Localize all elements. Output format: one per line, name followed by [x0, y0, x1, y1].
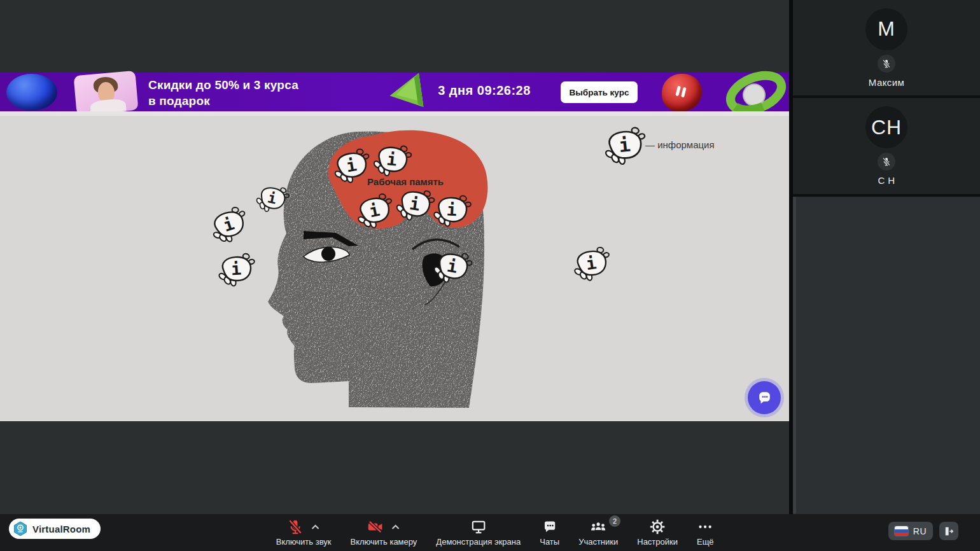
leave-room-icon — [943, 526, 955, 537]
promo-banner: Скидки до 50% и 3 курса в подарок 3 дня … — [0, 73, 789, 111]
control-bar: VirtualRoom Включить звук — [0, 514, 980, 551]
ellipsis-icon — [697, 519, 713, 535]
promo-3d-ball — [6, 74, 57, 111]
banner-headline-line2: в подарок — [148, 93, 298, 109]
avatar: СН — [865, 106, 907, 148]
participant-name: Максим — [869, 77, 904, 88]
participant-tile[interactable]: СН С Н — [793, 98, 980, 194]
more-button[interactable]: Ещё — [687, 514, 724, 551]
info-creature: i — [571, 246, 613, 283]
pause-icon — [673, 83, 689, 100]
info-creature: i — [206, 204, 252, 247]
promo-photo — [73, 71, 138, 115]
avatar: M — [865, 8, 907, 50]
slide-top-strip — [0, 111, 789, 116]
russian-flag-icon — [895, 526, 908, 536]
toolbar-label: Включить звук — [276, 537, 332, 547]
chevron-up-icon[interactable] — [391, 523, 400, 531]
virtualroom-app: Скидки до 50% и 3 курса в подарок 3 дня … — [0, 0, 980, 551]
mic-muted-icon — [287, 519, 304, 535]
participants-count-badge: 2 — [609, 515, 620, 527]
toolbar: Включить звук Включить камеру — [267, 514, 724, 551]
toolbar-label: Чаты — [540, 537, 559, 547]
gear-icon — [649, 519, 666, 535]
banner-countdown: 3 дня 09:26:28 — [430, 83, 538, 98]
chats-button[interactable]: Чаты — [530, 514, 569, 551]
participant-tile[interactable]: M Максим — [793, 0, 980, 95]
bottom-right-controls: RU — [888, 522, 958, 540]
slide-canvas: Рабочая память i i i i i — [0, 116, 789, 421]
mic-muted-icon — [878, 153, 895, 171]
monitor-icon — [470, 519, 487, 535]
screenshare-stage: Скидки до 50% и 3 курса в подарок 3 дня … — [0, 0, 789, 514]
leave-room-button[interactable] — [939, 522, 958, 540]
camera-muted-icon — [367, 519, 384, 535]
svg-text:i: i — [446, 200, 458, 220]
stage-letterbox-top — [0, 0, 789, 73]
svg-text:i: i — [386, 149, 398, 170]
brain-label: Рабочая память — [367, 176, 444, 187]
banner-headline: Скидки до 50% и 3 курса в подарок — [148, 77, 298, 109]
info-creature: i — [216, 253, 256, 288]
participants-sidebar: M Максим СН — [789, 0, 980, 514]
banner-headline-line1: Скидки до 50% и 3 курса — [148, 77, 298, 93]
legend-label: — информация — [645, 139, 715, 150]
chat-bubble-icon — [756, 389, 773, 407]
language-code: RU — [913, 526, 927, 536]
promo-arrow-3d — [384, 73, 426, 112]
choose-course-button[interactable]: Выбрать курс — [561, 81, 638, 103]
sidebar-empty-area — [793, 197, 980, 514]
virtualroom-hexagon-icon — [13, 521, 28, 536]
settings-button[interactable]: Настройки — [627, 514, 687, 551]
toolbar-label: Включить камеру — [350, 537, 417, 547]
sidebar-scrollbar[interactable] — [793, 197, 796, 514]
promo-3d-horn — [662, 74, 702, 112]
mic-muted-icon — [878, 55, 895, 73]
unmute-button[interactable]: Включить звук — [267, 514, 341, 551]
chat-fab-button[interactable] — [748, 381, 781, 414]
chat-bubble-icon — [542, 519, 558, 535]
enable-camera-button[interactable]: Включить камеру — [340, 514, 426, 551]
participants-button[interactable]: 2 Участники — [569, 514, 627, 551]
memory-illustration: Рабочая память i i i i i — [0, 116, 789, 421]
svg-text:i: i — [618, 134, 632, 157]
toolbar-label: Настройки — [637, 537, 678, 547]
chevron-up-icon[interactable] — [311, 523, 320, 531]
eye-pupil — [321, 247, 335, 261]
language-switcher[interactable]: RU — [888, 522, 933, 540]
screen-share-button[interactable]: Демонстрация экрана — [426, 514, 530, 551]
toolbar-label: Участники — [578, 537, 618, 547]
toolbar-label: Демонстрация экрана — [436, 537, 521, 547]
app-name: VirtualRoom — [32, 524, 90, 534]
participant-name: С Н — [878, 175, 895, 186]
virtualroom-logo[interactable]: VirtualRoom — [9, 519, 101, 539]
toolbar-label: Ещё — [697, 537, 714, 547]
people-icon — [589, 519, 607, 535]
svg-text:i: i — [230, 259, 242, 279]
legend-creature: i — [602, 126, 648, 167]
promo-3d-ring — [723, 69, 789, 116]
